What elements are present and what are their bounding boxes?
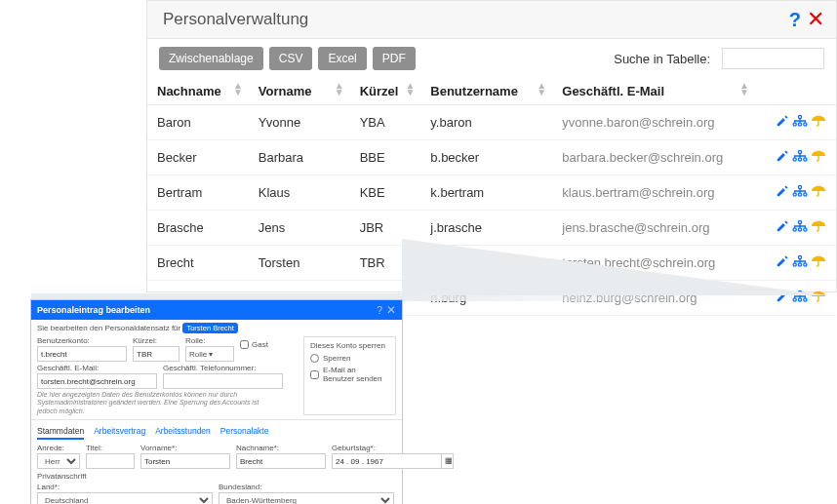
modal-help-icon[interactable]: ? bbox=[377, 304, 382, 316]
vacation-icon[interactable] bbox=[811, 290, 826, 306]
cell-short: JBR bbox=[350, 211, 421, 246]
svg-point-12 bbox=[798, 221, 801, 224]
cell-firstname: Torsten bbox=[249, 246, 350, 281]
search-input[interactable] bbox=[722, 48, 824, 69]
svg-point-19 bbox=[804, 263, 807, 266]
svg-point-21 bbox=[793, 298, 796, 301]
cell-lastname: Baron bbox=[147, 105, 249, 140]
bundesland-select[interactable]: Baden-Württemberg bbox=[219, 492, 394, 504]
gast-checkbox[interactable]: Gast bbox=[240, 336, 268, 352]
main-header: Personalverwaltung ? ✕ bbox=[147, 1, 836, 39]
svg-point-22 bbox=[798, 298, 801, 301]
help-icon[interactable]: ? bbox=[789, 9, 801, 31]
cell-email: heinz.burg@schrein.org bbox=[552, 281, 755, 316]
email-user-checkbox[interactable]: E-Mail an Benutzer senden bbox=[310, 366, 389, 383]
vacation-icon[interactable] bbox=[811, 184, 826, 201]
cell-email: barbara.becker@schrein.org bbox=[552, 140, 755, 175]
table-row: BaronYvonneYBAy.baronyvonne.baron@schrei… bbox=[147, 105, 836, 140]
anrede-select[interactable]: Herr bbox=[37, 453, 80, 469]
close-icon[interactable]: ✕ bbox=[807, 7, 824, 32]
svg-point-1 bbox=[793, 123, 796, 126]
clipboard-button[interactable]: Zwischenablage bbox=[159, 47, 263, 70]
cell-username: y.baron bbox=[420, 105, 552, 140]
titel-field[interactable] bbox=[86, 453, 135, 469]
cell-firstname: Jens bbox=[249, 211, 350, 246]
modal-tabs: Stammdaten Arbeitsvertrag Arbeitsstunden… bbox=[37, 424, 396, 440]
col-firstname[interactable]: Vorname▲▼ bbox=[249, 78, 350, 105]
vacation-icon[interactable] bbox=[811, 114, 826, 131]
table-row: BertramKlausKBEk.bertramklaus.bertram@sc… bbox=[147, 175, 836, 211]
land-select[interactable]: Deutschland bbox=[37, 492, 213, 504]
geburtstag-field[interactable] bbox=[332, 453, 442, 469]
svg-point-17 bbox=[793, 263, 796, 266]
tab-arbeitsstunden[interactable]: Arbeitsstunden bbox=[155, 424, 211, 440]
cell-username: b.becker bbox=[420, 140, 552, 175]
svg-point-9 bbox=[793, 193, 796, 196]
table-row: BrascheJensJBRj.braschejens.brasche@schr… bbox=[147, 211, 836, 246]
privatanschrift-heading: Privatanschrift bbox=[37, 472, 396, 481]
edit-icon[interactable] bbox=[776, 254, 789, 271]
org-chart-icon[interactable] bbox=[792, 219, 808, 236]
cell-firstname: Yvonne bbox=[249, 105, 350, 140]
cell-lastname: Becker bbox=[147, 140, 249, 175]
personnel-main-window: Personalverwaltung ? ✕ Zwischenablage CS… bbox=[146, 0, 837, 292]
svg-point-18 bbox=[798, 263, 801, 266]
person-tag: Torsten Brecht bbox=[182, 323, 237, 333]
col-email[interactable]: Geschäftl. E-Mail▲▼ bbox=[552, 78, 755, 105]
vacation-icon[interactable] bbox=[811, 149, 826, 166]
email-field[interactable] bbox=[37, 373, 157, 389]
nachname-field[interactable] bbox=[236, 453, 326, 469]
svg-point-11 bbox=[804, 193, 807, 196]
cell-email: jens.brasche@schrein.org bbox=[552, 211, 755, 246]
pdf-button[interactable]: PDF bbox=[373, 47, 416, 70]
cell-email: klaus.bertram@schrein.org bbox=[552, 175, 755, 211]
cell-username: k.bertram bbox=[420, 175, 552, 211]
org-chart-icon[interactable] bbox=[792, 290, 808, 306]
benutzerkonto-field[interactable] bbox=[37, 346, 127, 362]
svg-point-16 bbox=[798, 256, 801, 259]
calendar-icon[interactable]: ▦ bbox=[442, 453, 454, 469]
vorname-field[interactable] bbox=[140, 453, 230, 469]
cell-short: BBE bbox=[350, 140, 421, 175]
cell-lastname: Brecht bbox=[147, 246, 249, 281]
csv-button[interactable]: CSV bbox=[269, 47, 313, 70]
modal-title: Personaleintrag bearbeiten bbox=[37, 305, 377, 315]
cell-username: t.brecht bbox=[420, 246, 552, 281]
tab-personalakte[interactable]: Personalakte bbox=[220, 424, 269, 440]
edit-icon[interactable] bbox=[776, 184, 789, 201]
modal-close-icon[interactable]: ✕ bbox=[386, 303, 396, 317]
svg-point-23 bbox=[804, 298, 807, 301]
svg-point-2 bbox=[798, 123, 801, 126]
rolle-select[interactable]: Rolle ▾ bbox=[185, 346, 234, 362]
edit-icon[interactable] bbox=[776, 290, 789, 306]
col-short[interactable]: Kürzel▲▼ bbox=[350, 78, 421, 105]
svg-point-5 bbox=[793, 158, 796, 161]
cell-short: YBA bbox=[350, 105, 421, 140]
tab-stammdaten[interactable]: Stammdaten bbox=[37, 424, 84, 440]
org-chart-icon[interactable] bbox=[792, 254, 808, 271]
excel-button[interactable]: Excel bbox=[318, 47, 366, 70]
table-row: BrechtTorstenTBRt.brechttorsten.brecht@s… bbox=[147, 246, 836, 281]
tab-arbeitsvertrag[interactable]: Arbeitsvertrag bbox=[94, 424, 145, 440]
col-username[interactable]: Benutzername▲▼ bbox=[420, 78, 552, 105]
org-chart-icon[interactable] bbox=[792, 114, 808, 131]
sperren-radio[interactable]: Sperren bbox=[310, 354, 389, 363]
org-chart-icon[interactable] bbox=[792, 149, 808, 166]
col-lastname[interactable]: Nachname▲▼ bbox=[147, 78, 249, 105]
edit-icon[interactable] bbox=[776, 149, 789, 166]
edit-icon[interactable] bbox=[776, 219, 789, 236]
kuerzel-field[interactable] bbox=[133, 346, 179, 362]
svg-point-8 bbox=[798, 186, 801, 189]
cell-firstname: Klaus bbox=[249, 175, 350, 211]
vacation-icon[interactable] bbox=[811, 219, 826, 236]
vacation-icon[interactable] bbox=[811, 254, 826, 271]
tel-field[interactable] bbox=[163, 373, 283, 389]
edit-icon[interactable] bbox=[776, 114, 789, 131]
modal-header[interactable]: Personaleintrag bearbeiten ? ✕ bbox=[31, 300, 402, 320]
org-chart-icon[interactable] bbox=[792, 184, 808, 201]
svg-point-14 bbox=[798, 228, 801, 231]
svg-point-13 bbox=[793, 228, 796, 231]
table-row: BeckerBarbaraBBEb.beckerbarbara.becker@s… bbox=[147, 140, 836, 175]
page-title: Personalverwaltung bbox=[163, 10, 783, 29]
svg-point-0 bbox=[798, 115, 801, 118]
